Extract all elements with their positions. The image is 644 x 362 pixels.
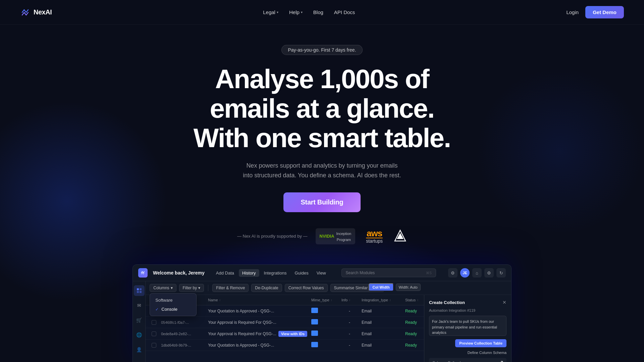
th-mime-type: Mime_type ↕ (309, 295, 339, 305)
svg-marker-2 (397, 233, 404, 239)
row-3-check[interactable] (150, 341, 159, 350)
svg-rect-5 (137, 291, 139, 293)
panel-close-button[interactable]: ✕ (502, 300, 506, 305)
view-with-ids-button[interactable]: View with IDs (278, 331, 307, 337)
logo[interactable]: NexAI (20, 7, 52, 18)
define-schema-button[interactable]: Define Column Schema (468, 351, 506, 355)
aws-logo: aws startups (366, 229, 383, 244)
mime-icon (311, 342, 318, 347)
nav-item-view[interactable]: View (313, 269, 329, 277)
nvidia-logo: NVIDIA InceptionProgram (316, 228, 356, 244)
sort-icon: ↕ (331, 298, 332, 302)
sidebar-icon-cart[interactable]: 🛒 (134, 315, 145, 325)
hero-subtitle: Nex powers support and analytics by turn… (243, 161, 401, 180)
row-2-check[interactable] (150, 329, 159, 339)
nav-link-api-docs[interactable]: API Docs (334, 9, 355, 15)
nav-item-history[interactable]: History (239, 269, 259, 277)
row-0-info: - (339, 306, 360, 316)
hero-title: Analyse 1,000s of emails at a glance. Wi… (194, 64, 450, 153)
app-toolbar: Columns ▾ Software ✓ Console Filter by ▾ (146, 281, 511, 295)
nav-right: Login Get Demo (566, 6, 624, 18)
filter-remove-button[interactable]: Filter & Remove (212, 284, 249, 292)
row-1-module-id: 05468fc1-f0a7-... (159, 318, 206, 327)
supported-by-section: — Nex AI is proudly supported by — NVIDI… (237, 228, 407, 244)
preview-collection-button[interactable]: Preview Collection Table (455, 339, 506, 347)
width-dropdown[interactable]: Width: Auto (396, 284, 421, 291)
correct-values-button[interactable]: Correct Row Values (285, 284, 328, 292)
app-nav-items: Add Data History Integrations Guides Vie… (213, 269, 329, 277)
nav-link-legal[interactable]: Legal ▾ (263, 9, 278, 15)
th-name: Name ↕ (206, 295, 309, 305)
row-3-integration: Email (360, 341, 403, 350)
nav-login-link[interactable]: Login (566, 9, 579, 15)
app-search-bar[interactable]: Search Modules ⌘S (341, 268, 436, 277)
sidebar-icon-user[interactable]: 👤 (134, 344, 145, 355)
dropdown-item-console[interactable]: ✓ Console (152, 305, 194, 314)
mime-icon (311, 330, 318, 336)
user-avatar[interactable]: JE (460, 268, 470, 278)
app-table-area: ✓ Module_id ↕ Name ↕ Mime_type ↕ (146, 295, 511, 362)
app-topbar-right: ⚙ JE ⌂ ⚙ ↻ (448, 268, 506, 278)
th-info: Info ↕ (339, 295, 360, 305)
app-screenshot: Welcome back, Jeremy Add Data History In… (132, 264, 512, 362)
panel-columns-row: Columns Defined 3 (429, 358, 506, 362)
chevron-icon: ▾ (171, 286, 173, 290)
panel-description-textarea[interactable]: For Jack's team to pull SKUs from our pr… (429, 316, 506, 336)
row-1-check[interactable] (150, 318, 159, 327)
nav-item-add-data[interactable]: Add Data (213, 269, 237, 277)
width-controls: Col Width Width: Auto (369, 283, 421, 291)
row-3-mime (309, 340, 339, 351)
sidebar-icon-globe[interactable]: 🌐 (134, 329, 145, 340)
dropdown-item-console-label: Console (161, 307, 177, 312)
config-icon-btn[interactable]: ⚙ (484, 268, 494, 278)
columns-button[interactable]: Columns ▾ (150, 284, 176, 292)
svg-rect-3 (137, 288, 139, 290)
row-3-name: Your Quotation is Approved - QSG-... (206, 341, 309, 350)
create-collection-panel: Create Collection ✕ Automation Integrati… (424, 295, 511, 362)
sidebar-icon-table[interactable] (134, 285, 145, 296)
row-2-mime (309, 328, 339, 339)
nav-cta-button[interactable]: Get Demo (585, 6, 624, 18)
chevron-down-icon: ▾ (301, 10, 303, 14)
partner-logos: NVIDIA InceptionProgram aws startups (316, 228, 407, 244)
nav-item-integrations[interactable]: Integrations (261, 269, 290, 277)
nav-item-guides[interactable]: Guides (291, 269, 312, 277)
app-topbar: Welcome back, Jeremy Add Data History In… (133, 265, 511, 281)
sidebar-icon-mail[interactable]: ✉ (134, 300, 145, 311)
nav-link-help[interactable]: Help ▾ (289, 9, 303, 15)
settings-icon-btn[interactable]: ⚙ (448, 268, 458, 278)
panel-title: Create Collection (429, 300, 465, 305)
de-duplicate-button[interactable]: De-Duplicate (251, 284, 282, 292)
row-1-info: - (339, 318, 360, 327)
row-1-name: Your Approval is Required For QSG-... (206, 318, 309, 327)
app-sidebar: ✉ 🛒 🌐 👤 (133, 281, 146, 362)
app-logo-icon (138, 268, 148, 278)
nvidia-text: NVIDIA (320, 234, 334, 239)
nav-link-blog[interactable]: Blog (313, 9, 323, 15)
search-shortcut: ⌘S (426, 271, 432, 275)
col-width-button[interactable]: Col Width (369, 283, 394, 291)
svg-rect-6 (140, 291, 142, 293)
inception-text: InceptionProgram (336, 230, 352, 242)
panel-columns-count: 3 (501, 360, 503, 362)
row-0-mime (309, 305, 339, 316)
hero-badge: Pay-as-you-go. First 7 days free. (281, 45, 362, 55)
hero-section: Pay-as-you-go. First 7 days free. Analys… (0, 25, 644, 258)
navbar: NexAI Legal ▾ Help ▾ Blog API Docs Login… (0, 0, 644, 25)
app-body: ✉ 🛒 🌐 👤 Columns ▾ Software ✓ (133, 281, 511, 362)
app-content: Columns ▾ Software ✓ Console Filter by ▾ (146, 281, 511, 362)
nav-links: Legal ▾ Help ▾ Blog API Docs (263, 9, 355, 15)
row-3-module-id: 1dbd64b9-9b79-... (159, 341, 206, 350)
chevron-icon: ▾ (198, 286, 200, 290)
row-0-name: Your Quotation is Approved - QSG-... (206, 306, 309, 316)
filter-by-button[interactable]: Filter by ▾ (179, 284, 204, 292)
mime-icon (311, 308, 318, 313)
toolbar-separator (208, 285, 208, 291)
home-icon-btn[interactable]: ⌂ (472, 268, 482, 278)
dropdown-item-software[interactable]: Software (152, 296, 194, 305)
row-1-integration: Email (360, 318, 403, 327)
refresh-icon-btn[interactable]: ↻ (496, 268, 506, 278)
start-building-button[interactable]: Start Building (283, 192, 361, 212)
panel-header: Create Collection ✕ (429, 300, 506, 305)
sort-icon: ↕ (219, 298, 221, 302)
